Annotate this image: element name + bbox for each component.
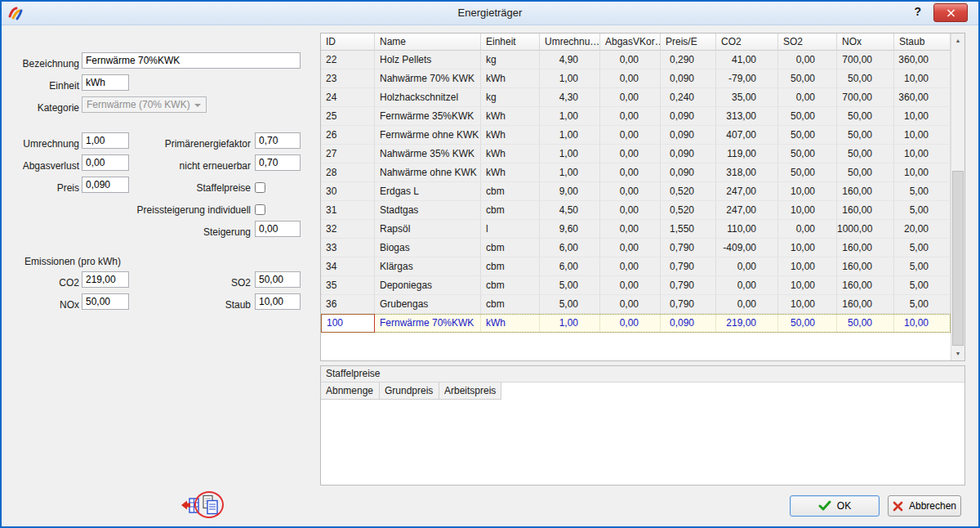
- table-cell[interactable]: 0,00: [600, 276, 661, 295]
- ok-button[interactable]: OK: [790, 495, 880, 517]
- table-row[interactable]: 26Fernwärme ohne KWKkWh1,000,000,090407,…: [321, 126, 951, 145]
- table-cell[interactable]: 50,00: [837, 69, 894, 88]
- table-row[interactable]: 31Stadtgascbm4,500,000,520247,0010,00160…: [321, 201, 951, 220]
- table-cell[interactable]: 10,00: [778, 239, 837, 257]
- table-cell[interactable]: 0,00: [600, 126, 661, 145]
- table-cell[interactable]: 0,00: [716, 257, 778, 276]
- table-cell[interactable]: 50,00: [778, 145, 837, 163]
- so2-input[interactable]: [255, 271, 301, 288]
- table-cell[interactable]: Stadtgas: [375, 201, 481, 220]
- primaerenergiefaktor-input[interactable]: [255, 132, 301, 149]
- cancel-button[interactable]: Abbrechen: [888, 495, 961, 517]
- table-cell[interactable]: 247,00: [716, 201, 778, 220]
- table-cell[interactable]: 5,00: [540, 295, 600, 314]
- staffelpreise-checkbox[interactable]: [255, 182, 265, 193]
- table-cell[interactable]: 0,00: [778, 88, 837, 107]
- column-header[interactable]: ID: [321, 34, 375, 51]
- table-cell[interactable]: 160,00: [837, 239, 894, 257]
- table-cell[interactable]: 5,00: [894, 201, 951, 220]
- table-cell[interactable]: 0,090: [661, 145, 716, 163]
- table-cell[interactable]: 30: [321, 182, 375, 201]
- column-header[interactable]: CO2: [716, 34, 778, 51]
- table-cell[interactable]: 5,00: [894, 257, 951, 276]
- table-row[interactable]: 30Erdgas Lcbm9,000,000,520247,0010,00160…: [321, 182, 951, 201]
- table-cell[interactable]: 110,00: [716, 220, 778, 239]
- table-cell[interactable]: cbm: [481, 201, 540, 220]
- table-cell[interactable]: Grubengas: [375, 295, 481, 314]
- table-cell[interactable]: 360,00: [894, 88, 951, 107]
- table-cell[interactable]: 4,50: [540, 201, 600, 220]
- table-cell[interactable]: 0,00: [716, 276, 778, 295]
- table-cell[interactable]: -409,00: [716, 239, 778, 257]
- column-header[interactable]: AbgasVKor…: [600, 34, 661, 51]
- table-cell[interactable]: 34: [321, 257, 375, 276]
- table-cell[interactable]: 50,00: [837, 163, 894, 182]
- table-cell[interactable]: 0,00: [600, 88, 661, 107]
- column-header[interactable]: Staub: [894, 34, 951, 51]
- table-cell[interactable]: Erdgas L: [375, 182, 481, 201]
- table-cell[interactable]: 0,090: [661, 163, 716, 182]
- table-cell[interactable]: 6,00: [540, 239, 600, 257]
- table-cell[interactable]: 10,00: [778, 257, 837, 276]
- table-cell[interactable]: 360,00: [894, 51, 951, 69]
- table-cell[interactable]: 700,00: [837, 88, 894, 107]
- table-cell[interactable]: 10,00: [894, 314, 951, 333]
- kategorie-dropdown[interactable]: Fernwärme (70% KWK): [82, 96, 207, 113]
- table-cell[interactable]: 0,00: [600, 145, 661, 163]
- table-cell[interactable]: 10,00: [894, 163, 951, 182]
- table-cell[interactable]: 1,00: [540, 107, 600, 126]
- table-cell[interactable]: 27: [321, 145, 375, 163]
- table-cell[interactable]: 35: [321, 276, 375, 295]
- table-cell[interactable]: 0,090: [661, 314, 716, 333]
- help-button[interactable]: ?: [914, 5, 921, 18]
- table-cell[interactable]: 33: [321, 239, 375, 257]
- table-cell[interactable]: cbm: [481, 182, 540, 201]
- table-cell[interactable]: 50,00: [837, 107, 894, 126]
- bezeichnung-input[interactable]: [82, 52, 301, 69]
- table-cell[interactable]: 318,00: [716, 163, 778, 182]
- table-cell[interactable]: 9,60: [540, 220, 600, 239]
- table-cell[interactable]: 0,00: [600, 69, 661, 88]
- table-cell[interactable]: l: [481, 220, 540, 239]
- table-cell[interactable]: kWh: [481, 145, 540, 163]
- staub-input[interactable]: [255, 293, 301, 310]
- table-cell[interactable]: 407,00: [716, 126, 778, 145]
- table-row[interactable]: 28Nahwärme ohne KWKkWh1,000,000,090318,0…: [321, 163, 951, 182]
- table-cell[interactable]: kWh: [481, 126, 540, 145]
- table-row[interactable]: 33Biogascbm6,000,000,790-409,0010,00160,…: [321, 239, 951, 257]
- table-cell[interactable]: 0,00: [600, 220, 661, 239]
- table-cell[interactable]: 5,00: [894, 295, 951, 314]
- table-cell[interactable]: 0,520: [661, 201, 716, 220]
- table-cell[interactable]: kWh: [481, 69, 540, 88]
- table-cell[interactable]: 24: [321, 88, 375, 107]
- table-cell[interactable]: 0,090: [661, 126, 716, 145]
- table-cell[interactable]: 160,00: [837, 201, 894, 220]
- table-cell[interactable]: 50,00: [778, 69, 837, 88]
- table-cell[interactable]: 0,240: [661, 88, 716, 107]
- table-row[interactable]: 36Grubengascbm5,000,000,7900,0010,00160,…: [321, 295, 951, 314]
- table-cell[interactable]: Deponiegas: [375, 276, 481, 295]
- table-cell[interactable]: 10,00: [894, 145, 951, 163]
- table-cell[interactable]: Holzhackschnitzel: [375, 88, 481, 107]
- table-cell[interactable]: 313,00: [716, 107, 778, 126]
- table-cell[interactable]: -79,00: [716, 69, 778, 88]
- table-cell[interactable]: 0,790: [661, 295, 716, 314]
- table-cell[interactable]: Nahwärme 35% KWK: [375, 145, 481, 163]
- table-cell[interactable]: 50,00: [837, 314, 894, 333]
- table-cell[interactable]: 0,00: [600, 295, 661, 314]
- nicht-erneuerbar-input[interactable]: [255, 154, 301, 171]
- table-cell[interactable]: 50,00: [837, 145, 894, 163]
- table-cell[interactable]: Fernwärme ohne KWK: [375, 126, 481, 145]
- preissteigerung-individuell-checkbox[interactable]: [255, 204, 265, 215]
- table-cell[interactable]: 1,00: [540, 126, 600, 145]
- table-cell[interactable]: 5,00: [894, 276, 951, 295]
- table-cell[interactable]: 0,520: [661, 182, 716, 201]
- table-cell[interactable]: cbm: [481, 239, 540, 257]
- table-cell[interactable]: 50,00: [837, 126, 894, 145]
- table-cell[interactable]: 10,00: [894, 126, 951, 145]
- close-button[interactable]: [933, 3, 968, 22]
- table-cell[interactable]: 4,90: [540, 51, 600, 69]
- table-cell[interactable]: 160,00: [837, 257, 894, 276]
- table-cell[interactable]: 6,00: [540, 257, 600, 276]
- column-header[interactable]: Umrechnu…: [540, 34, 600, 51]
